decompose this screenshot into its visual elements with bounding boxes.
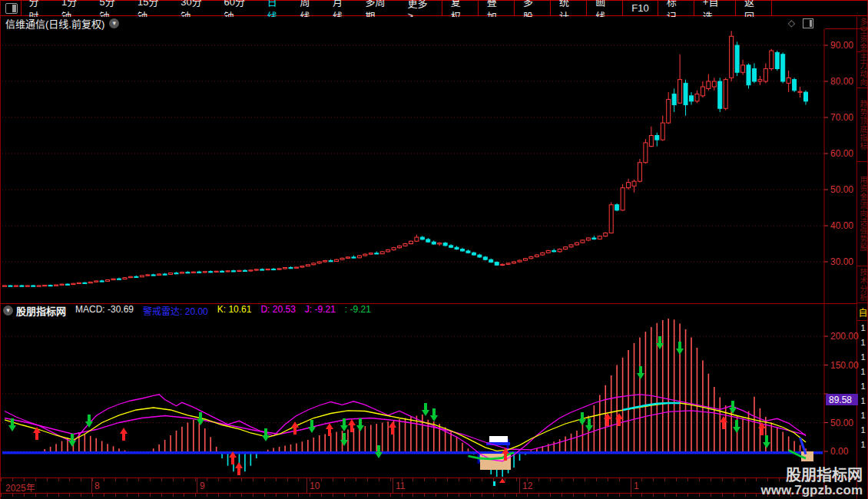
svg-text:70.00: 70.00 xyxy=(830,112,853,123)
sell-arrow xyxy=(729,401,737,414)
layout-icon[interactable] xyxy=(5,3,18,14)
panel-icon[interactable] xyxy=(803,18,813,28)
buy-arrow xyxy=(502,448,509,461)
month-separator xyxy=(197,478,197,493)
sidebar-section[interactable]: 多空资金 xyxy=(857,17,868,52)
month-separator xyxy=(91,478,92,493)
sidebar-section-label: 技术分析 xyxy=(857,268,868,302)
sidebar-section-label: 趋势顶底指标 xyxy=(857,100,868,150)
page-title: 信维通信(日线.前复权) xyxy=(5,16,104,31)
toolbar-button-F10[interactable]: F10 xyxy=(622,1,657,15)
buy-arrow xyxy=(291,421,299,435)
bottom-partial-row xyxy=(1,494,868,499)
svg-text:30.00: 30.00 xyxy=(830,256,853,267)
sell-arrow xyxy=(197,412,204,425)
sell-arrow xyxy=(430,408,438,421)
svg-text:50.00: 50.00 xyxy=(830,184,853,195)
sidebar-section[interactable]: 主力动向 xyxy=(857,52,868,88)
toolbar-actions: 复权叠加多股统计画线F10标记+自选返回 xyxy=(442,1,772,15)
indicator-value: K: 10.61 xyxy=(217,304,252,317)
month-label: 12 xyxy=(522,481,532,491)
toolbar-button-多股[interactable]: 多股 xyxy=(514,1,550,15)
chart-canvas[interactable]: 30.0040.0050.0060.0070.0080.0090.000.005… xyxy=(1,0,868,499)
top-toolbar: 分时1分钟5分钟15分钟30分钟60分钟日线周线月线多周期更多 > 复权叠加多股… xyxy=(1,0,868,16)
svg-text:89.58: 89.58 xyxy=(829,395,852,405)
main-chart: 30.0040.0050.0060.0070.0080.0090.00 xyxy=(2,31,853,286)
buy-arrow xyxy=(33,427,41,440)
svg-text:0.00: 0.00 xyxy=(830,446,849,457)
right-sidebar: 多空资金主力动向趋势顶底指标用资金流向选强势股技术分析自111111111 xyxy=(856,17,868,499)
month-separator xyxy=(306,478,307,493)
toolbar-button-画线[interactable]: 画线 xyxy=(586,1,622,15)
sell-arrow xyxy=(68,434,76,447)
sell-arrow xyxy=(422,403,429,416)
svg-text:60.00: 60.00 xyxy=(830,148,853,159)
month-separator xyxy=(393,478,393,493)
sidebar-section[interactable]: 趋势顶底指标 xyxy=(857,88,868,162)
buy-arrow xyxy=(326,423,333,436)
svg-text:50.00: 50.00 xyxy=(830,418,853,428)
sell-arrow xyxy=(676,342,684,355)
indicator-value: J: -9.21 xyxy=(305,304,336,317)
indicator-value: 警戒雷达: 20.00 xyxy=(143,304,208,317)
indicator-value: : -9.21 xyxy=(345,304,371,317)
svg-text:90.00: 90.00 xyxy=(830,40,853,51)
sell-arrow xyxy=(637,366,644,379)
buy-arrow xyxy=(235,462,243,475)
toolbar-button-+自选[interactable]: +自选 xyxy=(694,1,735,15)
indicator-source: 股朋指标网 xyxy=(16,303,66,318)
toolbar-button-返回[interactable]: 返回 xyxy=(735,1,772,15)
sell-arrow xyxy=(656,336,664,349)
buy-arrow xyxy=(389,421,396,435)
indicator-value: D: 20.53 xyxy=(260,304,295,317)
sell-arrow xyxy=(578,412,586,425)
buy-arrow xyxy=(604,413,611,426)
sell-arrow xyxy=(356,418,364,431)
sidebar-ones-column: 111111111 xyxy=(857,321,868,452)
month-label: 10 xyxy=(310,481,320,491)
watermark-url: www.7gpzb.com xyxy=(760,484,863,497)
watermark-name: 股朋指标网 xyxy=(760,468,863,484)
sidebar-section-label: 主力动向 xyxy=(857,53,868,87)
buy-arrow xyxy=(348,419,356,432)
sell-arrow xyxy=(733,420,740,433)
svg-text:80.00: 80.00 xyxy=(830,76,853,87)
sell-arrow xyxy=(375,445,383,458)
collapse-icon[interactable]: ▾ xyxy=(3,306,13,316)
sell-arrow xyxy=(763,435,770,448)
sell-arrow xyxy=(340,418,348,431)
buy-arrow xyxy=(229,451,237,464)
indicator-header: ▾ 股朋指标网 MACD: -30.69警戒雷达: 20.00K: 10.61D… xyxy=(1,303,868,317)
sidebar-section-label: 用资金流向选强势股 xyxy=(857,176,868,252)
buy-arrow xyxy=(120,428,128,441)
buy-arrow xyxy=(720,416,727,429)
month-label: 9 xyxy=(200,481,205,491)
sidebar-tab-self-select[interactable]: 自 xyxy=(857,303,868,321)
toolbar-button-复权[interactable]: 复权 xyxy=(442,1,478,15)
month-separator xyxy=(631,478,631,493)
chevron-down-icon[interactable]: ▾ xyxy=(109,18,119,28)
indicator-values: MACD: -30.69警戒雷达: 20.00K: 10.61D: 20.53J… xyxy=(66,304,371,317)
year-label: 2025年 xyxy=(5,481,35,494)
toolbar-button-标记[interactable]: 标记 xyxy=(658,1,694,15)
sidebar-section-label: 多空资金 xyxy=(857,18,868,51)
sell-arrow xyxy=(262,428,270,441)
time-axis[interactable]: 2025年 891011121 xyxy=(1,478,868,494)
time-ticks xyxy=(1,478,824,481)
month-label: 1 xyxy=(634,481,639,491)
sell-arrow xyxy=(308,420,316,433)
svg-text:200.00: 200.00 xyxy=(830,331,859,342)
toolbar-button-叠加[interactable]: 叠加 xyxy=(478,1,514,15)
buy-arrow xyxy=(758,422,766,435)
period-tabs: 分时1分钟5分钟15分钟30分钟60分钟日线周线月线多周期更多 > xyxy=(22,1,441,15)
sidebar-section[interactable]: 技术分析 xyxy=(857,266,868,303)
diamond-icon[interactable]: ◇ xyxy=(788,18,795,28)
sell-arrow xyxy=(8,418,16,431)
sidebar-section[interactable]: 用资金流向选强势股 xyxy=(857,162,868,266)
indicator-value: MACD: -30.69 xyxy=(75,304,134,317)
toolbar-button-统计[interactable]: 统计 xyxy=(550,1,586,15)
month-separator xyxy=(519,478,520,493)
sell-arrow xyxy=(85,415,93,428)
sell-arrow xyxy=(340,433,348,446)
buy-arrow xyxy=(615,413,623,426)
